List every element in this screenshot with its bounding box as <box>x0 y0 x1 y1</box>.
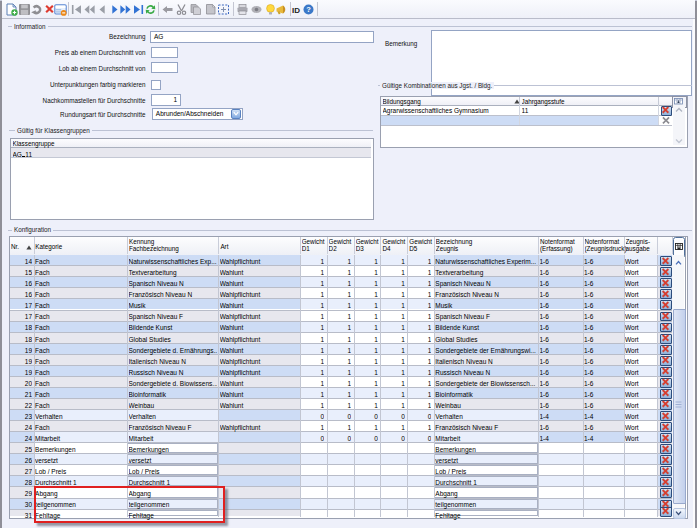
svg-text:?: ? <box>306 5 311 14</box>
svg-text:ID: ID <box>292 6 300 15</box>
